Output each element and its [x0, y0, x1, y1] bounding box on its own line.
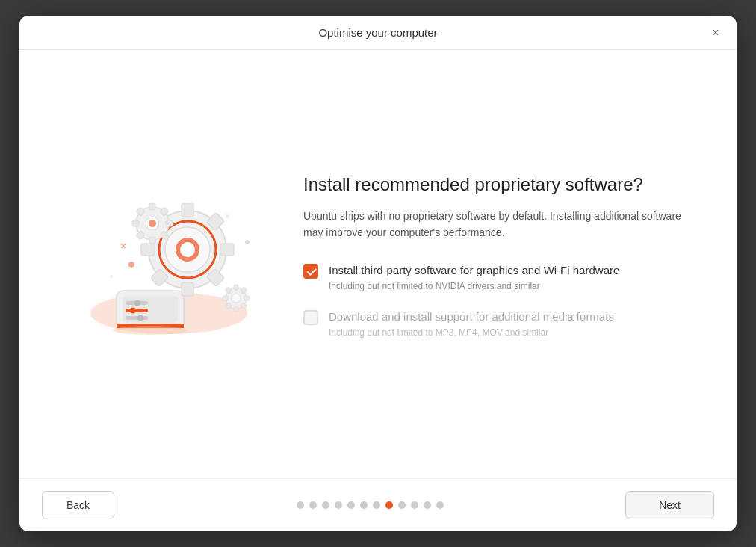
pagination-dot-1 [297, 501, 304, 509]
checkbox-media-wrapper [303, 310, 318, 325]
option-text-third-party: Install third-party software for graphic… [329, 262, 692, 293]
svg-text:×: × [120, 240, 126, 252]
option-item-media-formats: Download and install support for additio… [303, 309, 692, 339]
pagination-dot-10 [411, 501, 418, 509]
pagination-dot-9 [398, 501, 406, 509]
svg-point-7 [130, 307, 136, 313]
svg-rect-13 [182, 282, 193, 296]
svg-rect-12 [182, 203, 193, 217]
content-area: Install recommended proprietary software… [303, 173, 692, 356]
pagination-dot-5 [347, 501, 355, 509]
pagination-dot-8 [385, 501, 393, 509]
dialog: Optimise your computer × [19, 16, 737, 531]
svg-rect-39 [223, 296, 228, 300]
pagination-dot-6 [360, 501, 368, 509]
pagination [297, 501, 444, 509]
svg-rect-14 [220, 244, 234, 256]
svg-rect-4 [126, 309, 148, 312]
option-sublabel-media-formats: Including but not limited to MP3, MP4, M… [329, 327, 692, 339]
content-description: Ubuntu ships with no proprietary softwar… [303, 208, 692, 241]
svg-point-10 [113, 326, 188, 335]
dialog-footer: Back Next [19, 478, 737, 531]
svg-rect-5 [126, 316, 148, 320]
back-button[interactable]: Back [42, 491, 114, 519]
svg-rect-25 [149, 203, 155, 210]
content-title: Install recommended proprietary software… [303, 173, 692, 196]
pagination-dot-2 [309, 501, 317, 509]
svg-rect-15 [141, 244, 155, 256]
pagination-dot-12 [436, 501, 444, 509]
option-label-third-party: Install third-party software for graphic… [329, 262, 692, 278]
option-text-media-formats: Download and install support for additio… [329, 309, 692, 339]
svg-text:×: × [225, 211, 230, 222]
pagination-dot-7 [373, 501, 380, 509]
close-button[interactable]: × [705, 22, 726, 43]
option-item-third-party: Install third-party software for graphic… [303, 262, 692, 293]
svg-rect-38 [244, 296, 250, 300]
checkbox-third-party[interactable] [303, 264, 318, 279]
svg-point-50 [245, 240, 250, 244]
illustration-svg: × × × × [72, 182, 251, 347]
option-sublabel-third-party: Including but not limited to NVIDIA driv… [329, 280, 692, 293]
dialog-title: Optimise your computer [318, 26, 437, 39]
svg-text:×: × [109, 273, 114, 281]
pagination-dot-11 [424, 501, 431, 509]
pagination-dot-3 [322, 501, 329, 509]
dialog-body: × × × × Install recommended proprietary … [19, 50, 737, 478]
checkbox-media-formats[interactable] [303, 310, 318, 325]
dialog-header: Optimise your computer × [19, 16, 737, 50]
svg-point-23 [180, 242, 195, 257]
svg-point-49 [128, 262, 134, 268]
svg-rect-28 [132, 220, 139, 226]
next-button[interactable]: Next [625, 491, 714, 519]
svg-rect-37 [234, 306, 238, 312]
pagination-dot-4 [335, 501, 342, 509]
svg-rect-26 [149, 237, 155, 244]
illustration-area: × × × × [64, 182, 258, 347]
svg-point-44 [232, 294, 241, 303]
svg-point-8 [137, 315, 143, 321]
svg-point-6 [134, 300, 140, 306]
svg-point-34 [149, 220, 156, 227]
svg-rect-36 [234, 285, 238, 290]
checkbox-third-party-wrapper [303, 264, 318, 279]
svg-rect-27 [166, 220, 173, 226]
option-label-media-formats: Download and install support for additio… [329, 309, 692, 324]
